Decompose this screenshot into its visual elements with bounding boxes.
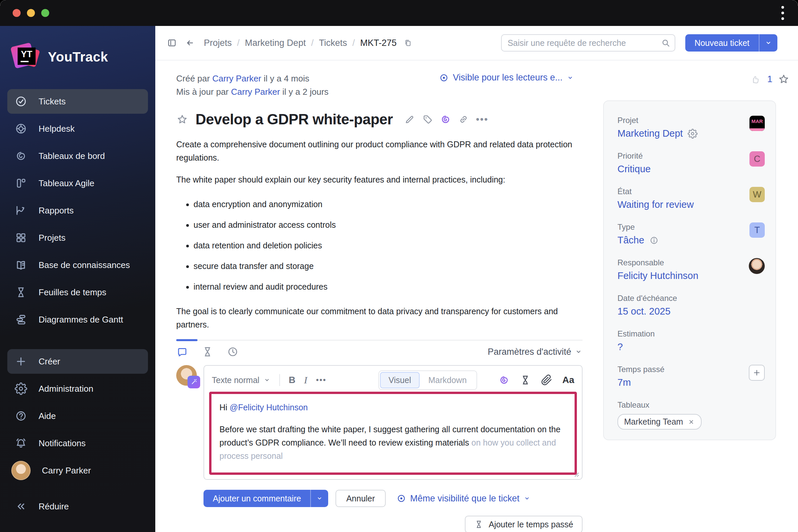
sidebar-item-gantt-charts[interactable]: Diagrammes de Gantt [7,307,148,332]
sidebar-toggle-icon[interactable] [167,38,177,48]
bold-button[interactable]: B [289,375,295,385]
sidebar: YT YouTrack Tickets Helpdesk Tableaux de… [0,26,155,532]
copy-icon[interactable] [403,38,413,48]
sidebar-item-tickets[interactable]: Tickets [7,89,148,114]
app-logo[interactable]: YT YouTrack [12,43,148,71]
activity-settings-select[interactable]: Paramètres d'activité [488,347,583,357]
hourglass-icon[interactable] [520,374,531,386]
search-icon[interactable] [661,38,671,48]
add-comment-button[interactable]: Ajouter un commentaire [204,490,310,507]
favorite-star-icon[interactable] [176,113,188,125]
comment-textarea[interactable]: Hi @Felicity Hutchinson Before we start … [209,392,577,475]
breadcrumb-projects[interactable]: Projets [204,38,232,48]
history-tab-icon[interactable] [202,346,213,358]
search-box [501,34,675,52]
priority-badge[interactable]: C [749,151,765,167]
add-spent-time-button[interactable]: Ajouter le temps passé [465,516,583,532]
edit-pencil-icon[interactable] [404,114,415,125]
sidebar-item-notifications[interactable]: Notifications [7,431,148,456]
collapse-sidebar-button[interactable]: Réduire [7,494,148,519]
breadcrumb-separator: / [237,38,240,48]
comment-visibility-select[interactable]: Même visibilité que le ticket [396,493,531,504]
sidebar-item-help[interactable]: Aide [7,404,148,428]
comments-tab-icon[interactable] [176,346,188,358]
due-date-value[interactable]: 15 oct. 2025 [618,306,677,317]
italic-button[interactable]: I [304,374,307,386]
issue-visibility-select[interactable]: Visible pour les lecteurs e... [439,73,574,83]
new-ticket-dropdown[interactable] [759,34,777,52]
sidebar-item-dashboards[interactable]: Tableaux de bord [7,144,148,168]
ai-assistant-icon[interactable] [440,114,451,125]
created-author-link[interactable]: Carry Parker [212,74,261,83]
search-input[interactable] [501,34,675,52]
sidebar-item-administration[interactable]: Administration [7,376,148,401]
breadcrumb-current-issue-id: MKT-275 [360,38,397,48]
sidebar-item-projects[interactable]: Projets [7,225,148,250]
close-icon[interactable] [688,418,695,425]
minimize-window-button[interactable] [27,9,35,17]
assignee-value[interactable]: Felicity Hutchinson [618,270,698,281]
user-mention[interactable]: @Felicity Hutchinson [230,403,308,412]
gear-icon[interactable] [688,129,698,139]
type-badge[interactable]: T [749,223,765,238]
zoom-window-button[interactable] [41,9,49,17]
create-button[interactable]: Créer [7,349,148,374]
likes-block: 1 [750,73,790,85]
back-arrow-icon[interactable] [185,38,195,48]
markdown-mode-tab[interactable]: Markdown [420,372,475,388]
kebab-menu-icon[interactable] [779,4,786,22]
assignee-avatar[interactable] [749,258,765,274]
double-chevron-left-icon [15,500,27,513]
priority-value[interactable]: Critique [618,164,651,174]
star-icon[interactable] [778,73,790,85]
titlebar [0,0,798,26]
description-bullet-list: data encryption and anonymization user a… [193,197,583,293]
sidebar-profile[interactable]: Carry Parker [7,458,148,483]
sidebar-item-helpdesk[interactable]: Helpdesk [7,116,148,141]
project-badge[interactable]: MAR [749,116,765,131]
link-icon[interactable] [458,114,469,125]
issue-description: Create a comprehensive document outlinin… [176,138,583,331]
thumbs-up-icon[interactable] [750,74,762,85]
sidebar-item-reports[interactable]: Rapports [7,198,148,223]
more-formatting-icon[interactable]: ••• [316,375,326,385]
time-tab-icon[interactable] [227,346,239,358]
issue-title-row: Develop a GDPR white-paper ••• [176,111,583,128]
add-comment-dropdown[interactable] [311,490,328,507]
new-ticket-button[interactable]: Nouveau ticket [685,34,759,52]
type-value[interactable]: Tâche [618,235,659,246]
info-circle-icon[interactable] [649,235,659,245]
sidebar-item-timesheets[interactable]: Feuilles de temps [7,280,148,305]
board-chip[interactable]: Marketing Team [618,414,702,430]
close-window-button[interactable] [13,9,21,17]
tag-icon[interactable] [422,114,433,125]
state-value[interactable]: Waiting for review [618,199,694,210]
breadcrumb-tickets[interactable]: Tickets [319,38,347,48]
state-badge[interactable]: W [749,187,765,202]
field-due-date: Date d'échéance 15 oct. 2025 [618,293,765,317]
format-aa-button[interactable]: Aa [562,375,574,385]
field-spent-time: Temps passé 7m [618,365,765,388]
updated-author-link[interactable]: Carry Parker [231,87,280,97]
visual-mode-tab[interactable]: Visuel [380,372,420,388]
add-time-plus-button[interactable] [749,365,765,381]
spent-time-value[interactable]: 7m [618,377,664,388]
paperclip-icon[interactable] [541,374,552,386]
more-actions-icon[interactable]: ••• [476,114,489,125]
check-circle-icon [15,95,27,108]
youtrack-logo-badge: YT [18,48,36,65]
text-style-select[interactable]: Texte normal [212,375,271,385]
sidebar-item-agile-boards[interactable]: Tableaux Agile [7,171,148,195]
breadcrumb-marketing-dept[interactable]: Marketing Dept [245,38,306,48]
project-value[interactable]: Marketing Dept [618,128,698,139]
estimation-value[interactable]: ? [618,341,655,353]
time-row: Ajouter le temps passé [176,516,583,532]
hourglass-icon [474,520,483,529]
sidebar-item-knowledge-base[interactable]: Base de connaissances [7,253,148,277]
cancel-button[interactable]: Annuler [336,490,385,507]
lifebuoy-icon [15,122,27,135]
ai-assistant-icon[interactable] [498,374,510,386]
resize-grip-icon[interactable] [571,469,580,478]
grid-icon [15,231,27,244]
agile-board-icon [15,177,27,190]
